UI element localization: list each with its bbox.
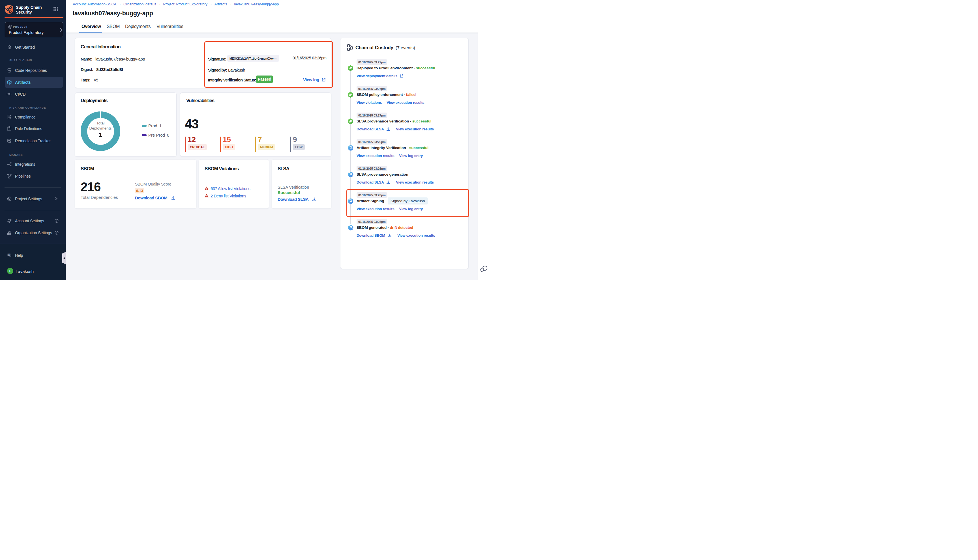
svg-text:?: ? — [8, 253, 9, 256]
